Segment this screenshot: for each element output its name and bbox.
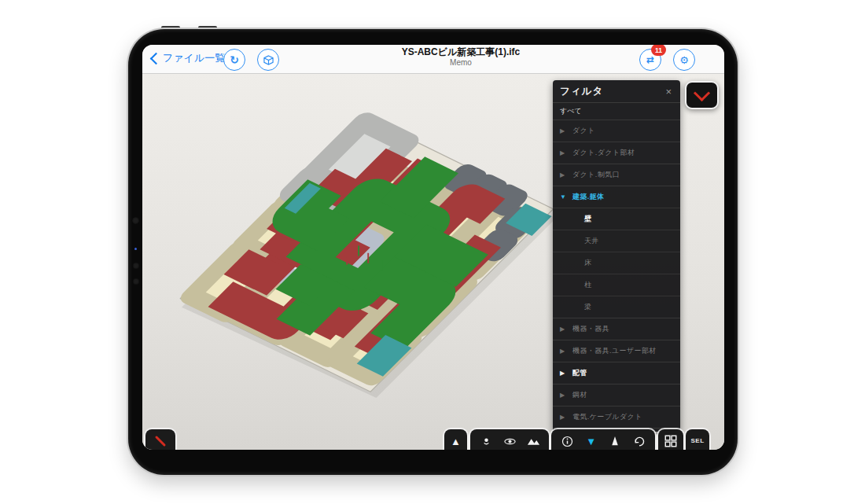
- gear-icon: ⚙: [679, 54, 689, 66]
- chevron-right-icon: ▶: [560, 392, 567, 399]
- filter-item-label: ダクト.ダクト部材: [572, 149, 635, 158]
- filter-child-column[interactable]: 柱: [553, 274, 680, 296]
- red-pen-icon: [153, 434, 168, 448]
- chevron-right-icon: ▶: [560, 348, 567, 355]
- raise-view-button[interactable]: ▲: [444, 429, 467, 450]
- page: ファイル一覧 ↻ YS-ABCビル新築工事(1).ifc Memo ⇄ 11: [0, 0, 865, 504]
- sensor-led-icon: [134, 248, 137, 250]
- filter-child-label: 壁: [584, 214, 591, 224]
- filter-item-label: ダクト: [572, 127, 595, 136]
- chevron-right-icon: ▶: [560, 171, 567, 178]
- navbar: ファイル一覧 ↻ YS-ABCビル新築工事(1).ifc Memo ⇄ 11: [142, 45, 724, 74]
- touch-mode-button[interactable]: [478, 434, 494, 448]
- up-triangle-icon: ▲: [448, 434, 464, 448]
- filter-child-wall[interactable]: 壁: [553, 208, 680, 230]
- camera-rotate-button[interactable]: [631, 434, 647, 448]
- filter-child-label: 柱: [584, 280, 591, 290]
- refresh-icon: ↻: [230, 53, 239, 66]
- chevron-down-icon: ▼: [560, 193, 567, 200]
- filter-item-label: 電気.ケーブルダクト: [572, 413, 642, 422]
- filter-child-beam[interactable]: 梁: [553, 296, 680, 318]
- info-icon: [561, 436, 573, 447]
- filter-item-cable-duct[interactable]: ▶ 電気.ケーブルダクト: [553, 406, 680, 428]
- info-button[interactable]: [559, 434, 575, 448]
- filter-item-duct-parts[interactable]: ▶ ダクト.ダクト部材: [553, 142, 680, 164]
- filter-child-label: 床: [584, 258, 591, 268]
- sensor-dot-2-icon: [133, 278, 139, 285]
- select-label: SEL: [690, 437, 704, 444]
- refresh-button[interactable]: ↻: [223, 49, 245, 71]
- back-chevron-icon: [150, 53, 163, 65]
- display-tools-group: ▼: [551, 429, 655, 450]
- back-button[interactable]: ファイル一覧: [152, 51, 225, 65]
- filter-item-architecture-frame[interactable]: ▼ 建築.躯体: [553, 186, 680, 208]
- filter-panel: フィルタ × すべて ▶ ダクト ▶ ダクト.ダクト部材 ▶ ダクト.制気口: [553, 80, 680, 432]
- filter-child-floor[interactable]: 床: [553, 252, 680, 274]
- sensor-dot-1-icon: [133, 263, 139, 269]
- filter-child-label: 天井: [584, 236, 598, 246]
- sync-button[interactable]: ⇄ 11: [639, 49, 661, 71]
- walk-mode-button[interactable]: [607, 434, 623, 448]
- front-camera-icon: [132, 217, 139, 224]
- annotation-pen-button[interactable]: [145, 429, 175, 450]
- grid-section-button[interactable]: [658, 429, 683, 450]
- filter-item-label: 配管: [572, 369, 587, 378]
- chevron-right-icon: ▶: [560, 414, 567, 421]
- document-title: YS-ABCビル新築工事(1).ifc: [378, 47, 543, 58]
- perspective-view-button[interactable]: [525, 434, 541, 448]
- select-button[interactable]: SEL: [686, 429, 709, 450]
- filter-item-label: 機器・器具: [572, 325, 609, 334]
- chevron-right-icon: ▶: [560, 326, 567, 333]
- sync-icon: ⇄: [646, 54, 654, 65]
- settings-button[interactable]: ⚙: [673, 49, 695, 71]
- grid-icon: [663, 434, 679, 448]
- chevron-down-red-icon: [694, 84, 710, 101]
- filter-item-equipment[interactable]: ▶ 機器・器具: [553, 318, 680, 340]
- filter-toggle-button[interactable]: ▼: [583, 434, 599, 448]
- mountains-icon: [527, 436, 540, 447]
- chevron-right-icon: ▶: [560, 127, 567, 134]
- view-mode-group: [470, 429, 549, 450]
- document-title-block: YS-ABCビル新築工事(1).ifc Memo: [378, 47, 543, 67]
- app-screen: ファイル一覧 ↻ YS-ABCビル新築工事(1).ifc Memo ⇄ 11: [142, 45, 724, 450]
- panel-collapse-button[interactable]: [685, 81, 719, 109]
- filter-all-row[interactable]: すべて: [553, 102, 680, 120]
- document-subtitle: Memo: [378, 58, 543, 68]
- back-label: ファイル一覧: [163, 51, 225, 65]
- cube-icon: [263, 55, 274, 65]
- filter-item-label: ダクト.制気口: [572, 171, 620, 180]
- filter-item-duct[interactable]: ▶ ダクト: [553, 120, 680, 142]
- ipad-frame: ファイル一覧 ↻ YS-ABCビル新築工事(1).ifc Memo ⇄ 11: [128, 29, 738, 475]
- filter-item-piping[interactable]: ▶ 配管: [553, 362, 680, 384]
- filter-active-icon: ▼: [586, 436, 596, 447]
- model-view-button[interactable]: [257, 49, 279, 71]
- touch-icon: [480, 436, 492, 447]
- filter-child-label: 梁: [584, 302, 591, 312]
- orbit-icon: [503, 436, 517, 447]
- filter-item-label: 鋼材: [572, 391, 587, 400]
- close-icon[interactable]: ×: [663, 87, 674, 97]
- filter-child-ceiling[interactable]: 天井: [553, 230, 680, 252]
- filter-item-steel[interactable]: ▶ 鋼材: [553, 384, 680, 406]
- camera-rotate-icon: [633, 436, 646, 447]
- cone-icon: [610, 436, 620, 447]
- chevron-right-icon: ▶: [560, 370, 567, 377]
- filter-item-equipment-user-parts[interactable]: ▶ 機器・器具.ユーザー部材: [553, 340, 680, 362]
- filter-item-label: 建築.躯体: [572, 193, 605, 202]
- chevron-right-icon: ▶: [560, 149, 567, 156]
- filter-item-duct-outlet[interactable]: ▶ ダクト.制気口: [553, 164, 680, 186]
- notification-badge: 11: [651, 45, 666, 56]
- orbit-mode-button[interactable]: [502, 434, 517, 448]
- filter-item-label: 機器・器具.ユーザー部材: [572, 347, 657, 356]
- filter-header: フィルタ ×: [553, 80, 680, 102]
- filter-title: フィルタ: [560, 85, 603, 98]
